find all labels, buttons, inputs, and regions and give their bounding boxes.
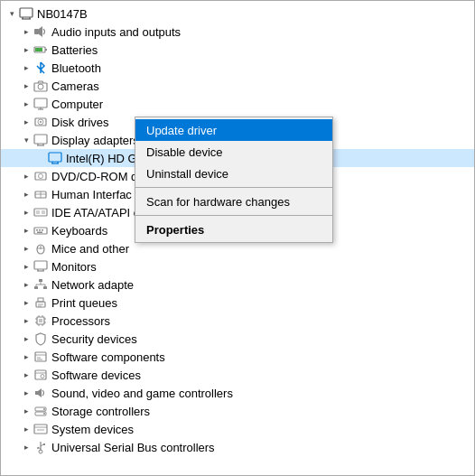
tree-item-software-dev[interactable]: Software devices <box>1 366 474 384</box>
display-icon <box>33 133 48 147</box>
svg-rect-69 <box>35 370 46 379</box>
expand-arrow-bluetooth[interactable] <box>19 61 33 75</box>
print-icon <box>33 295 48 310</box>
expand-arrow-mice[interactable] <box>19 241 33 256</box>
expand-arrow-keyboards[interactable] <box>19 223 33 238</box>
processor-icon <box>33 313 48 328</box>
tree-item-bluetooth[interactable]: Bluetooth <box>1 59 474 77</box>
usb-icon <box>33 440 48 454</box>
svg-rect-44 <box>39 279 42 282</box>
dvd-icon <box>33 169 48 183</box>
svg-rect-10 <box>34 98 47 107</box>
context-menu-update[interactable]: Update driver <box>135 119 332 141</box>
expand-arrow-human[interactable] <box>19 187 33 201</box>
expand-arrow-storage[interactable] <box>19 404 33 418</box>
battery-icon <box>33 42 48 57</box>
context-menu-sep2 <box>135 215 332 216</box>
svg-point-25 <box>39 174 43 179</box>
svg-point-85 <box>37 447 39 449</box>
svg-rect-84 <box>43 443 45 445</box>
expand-arrow-computer[interactable] <box>19 97 33 111</box>
svg-rect-36 <box>37 232 42 234</box>
tree-item-monitors[interactable]: Monitors <box>1 257 474 275</box>
expand-arrow-usb[interactable] <box>19 440 33 454</box>
tree-item-sound[interactable]: Sound, video and game controllers <box>1 384 474 402</box>
svg-rect-65 <box>35 352 46 361</box>
tree-item-storage-label: Storage controllers <box>51 405 474 418</box>
context-menu-properties[interactable]: Properties <box>135 219 332 240</box>
svg-rect-52 <box>38 298 43 302</box>
system-icon <box>33 422 48 436</box>
expand-arrow-processors[interactable] <box>19 313 33 328</box>
tree-item-batteries[interactable]: Batteries <box>1 41 474 59</box>
sound-icon <box>33 386 48 400</box>
tree-item-sound-label: Sound, video and game controllers <box>51 387 474 400</box>
context-menu-uninstall[interactable]: Uninstall device <box>135 163 332 184</box>
tree-item-security[interactable]: Security devices <box>1 330 474 348</box>
network-icon <box>33 277 48 292</box>
tree-item-processors[interactable]: Processors <box>1 312 474 330</box>
expand-arrow-root[interactable] <box>5 6 19 21</box>
expand-arrow-software-dev[interactable] <box>19 368 33 382</box>
tree-item-processors-label: Processors <box>51 314 474 328</box>
expand-arrow-print[interactable] <box>19 295 33 310</box>
expand-arrow-ide[interactable] <box>19 205 33 219</box>
expand-arrow-disk[interactable] <box>19 115 33 129</box>
tree-item-storage[interactable]: Storage controllers <box>1 402 474 420</box>
camera-icon <box>33 79 48 93</box>
tree-item-mice-label: Mice and other <box>51 242 474 256</box>
svg-rect-0 <box>20 8 33 17</box>
keyboard-icon <box>33 223 48 238</box>
tree-item-usb[interactable]: Universal Serial Bus controllers <box>1 438 474 456</box>
context-menu-disable-label: Disable device <box>146 145 223 159</box>
expand-arrow-cameras[interactable] <box>19 79 33 93</box>
context-menu-uninstall-label: Uninstall device <box>146 167 228 181</box>
tree-item-bluetooth-label: Bluetooth <box>51 61 474 75</box>
svg-rect-20 <box>49 153 61 162</box>
tree-item-software-comp[interactable]: Software components <box>1 348 474 366</box>
tree-item-audio[interactable]: Audio inputs and outputs <box>1 23 474 41</box>
tree-item-print-label: Print queues <box>51 296 474 310</box>
tree-item-software-dev-label: Software devices <box>51 369 474 382</box>
tree-item-audio-label: Audio inputs and outputs <box>51 25 474 39</box>
security-icon <box>33 331 48 346</box>
tree-item-system[interactable]: System devices <box>1 420 474 438</box>
tree-item-usb-label: Universal Serial Bus controllers <box>51 441 474 454</box>
ide-icon <box>33 205 48 219</box>
svg-rect-6 <box>45 49 47 51</box>
tree-item-system-label: System devices <box>51 423 474 436</box>
tree-item-network[interactable]: Network adapte <box>1 275 474 294</box>
computer-icon <box>19 6 33 21</box>
expand-arrow-network[interactable] <box>19 277 33 292</box>
context-menu-scan-label: Scan for hardware changes <box>146 195 290 209</box>
expand-arrow-batteries[interactable] <box>19 42 33 57</box>
audio-icon <box>33 24 48 39</box>
expand-arrow-software-comp[interactable] <box>19 350 33 364</box>
tree-item-computer-label: Computer <box>51 98 474 111</box>
tree-item-monitors-label: Monitors <box>51 260 474 274</box>
bluetooth-icon <box>33 61 48 75</box>
expand-arrow-security[interactable] <box>19 331 33 346</box>
mouse-icon <box>33 241 48 256</box>
expand-arrow-sound[interactable] <box>19 386 33 400</box>
expand-arrow-monitors[interactable] <box>19 259 33 274</box>
svg-rect-34 <box>39 229 41 231</box>
svg-point-75 <box>43 408 45 410</box>
context-menu-disable[interactable]: Disable device <box>135 141 332 163</box>
tree-item-print[interactable]: Print queues <box>1 294 474 312</box>
expand-arrow-audio[interactable] <box>19 24 33 39</box>
monitor-icon <box>33 259 48 274</box>
context-menu-scan[interactable]: Scan for hardware changes <box>135 191 332 212</box>
context-menu: Update driver Disable device Uninstall d… <box>135 117 333 243</box>
svg-rect-45 <box>34 286 38 289</box>
tree-item-computer[interactable]: Computer <box>1 95 474 113</box>
svg-rect-77 <box>34 425 47 434</box>
svg-point-9 <box>38 84 43 89</box>
tree-item-root[interactable]: NB0147B <box>1 5 474 23</box>
expand-arrow-dvd[interactable] <box>19 169 33 183</box>
tree-item-cameras[interactable]: Cameras <box>1 77 474 95</box>
tree-item-network-label: Network adapte <box>51 278 474 292</box>
computer2-icon <box>33 97 48 111</box>
expand-arrow-system[interactable] <box>19 422 33 436</box>
expand-arrow-display[interactable] <box>19 133 33 147</box>
